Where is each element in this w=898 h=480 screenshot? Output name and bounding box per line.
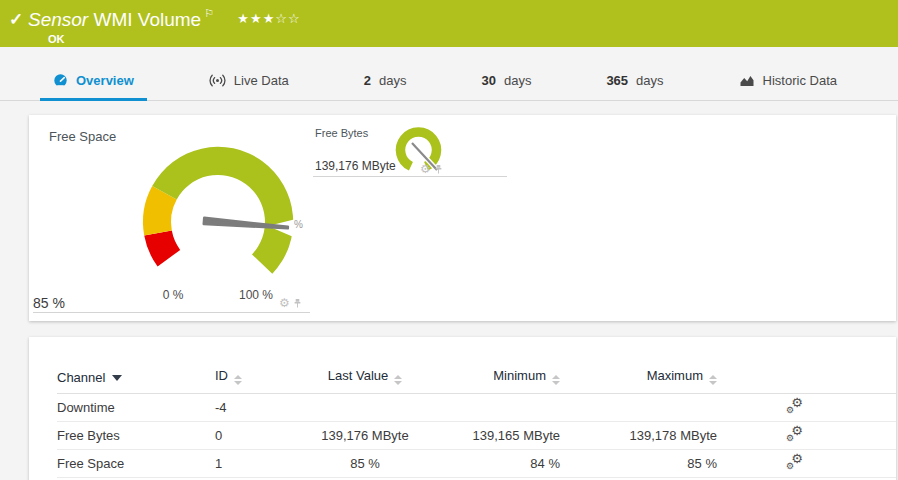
free-space-current-value: 85 % <box>33 295 65 311</box>
tab-label: Live Data <box>234 73 289 88</box>
gauge-scale-min: 0 % <box>153 288 193 302</box>
channel-id: 1 <box>215 456 305 471</box>
tab-number: 2 <box>364 73 371 88</box>
tab-2-days[interactable]: 2 days <box>351 63 420 101</box>
tab-label: Historic Data <box>763 73 837 88</box>
free-bytes-gauge-tile: Free Bytes 139,176 MByte ⚙ <box>313 125 507 177</box>
tab-live-data[interactable]: Live Data <box>196 63 302 101</box>
sort-icon <box>234 375 242 385</box>
free-space-gauge: % <box>125 135 315 305</box>
star-icon[interactable]: ★ <box>237 11 250 26</box>
channel-name: Free Space <box>57 456 215 471</box>
sensor-title-prefix: Sensor <box>28 9 88 30</box>
gauge-icon <box>53 73 68 88</box>
channel-name: Downtime <box>57 400 215 415</box>
tab-bar: Overview Live Data 2 days 30 days 365 da… <box>0 63 898 101</box>
free-space-gauge-tile: Free Space % 85 % 0 % 100 % ⚙ <box>33 125 310 313</box>
channel-id: -4 <box>215 400 305 415</box>
gauge-tools: ⚙ <box>279 297 302 309</box>
tab-30-days[interactable]: 30 days <box>468 63 544 101</box>
channel-minimum: 84 % <box>425 456 560 471</box>
column-header-last-value[interactable]: Last Value <box>305 368 425 385</box>
free-bytes-current-value: 139,176 MByte <box>315 159 396 173</box>
column-header-channel[interactable]: Channel <box>57 370 215 385</box>
sensor-title-row: Sensor WMI Volume⚐ ★★★☆☆ <box>28 7 301 31</box>
column-header-minimum[interactable]: Minimum <box>425 368 560 385</box>
sensor-header: ✓ Sensor WMI Volume⚐ ★★★☆☆ OK <box>0 0 898 47</box>
channel-last-value: 139,176 MByte <box>305 428 425 443</box>
tab-label: days <box>379 73 406 88</box>
pin-icon[interactable] <box>434 164 443 175</box>
channel-maximum: 139,178 MByte <box>560 428 717 443</box>
tab-overview[interactable]: Overview <box>40 63 147 101</box>
gauge-unit-mark: % <box>294 219 303 230</box>
status-check-icon: ✓ <box>9 9 23 30</box>
tab-label: days <box>636 73 663 88</box>
gauge-tools: ⚙ <box>420 163 443 175</box>
gauges-panel: Free Space % 85 % 0 % 100 % ⚙ <box>29 115 896 321</box>
table-header-row: Channel ID Last Value Minimum Maximum <box>57 337 896 394</box>
gauge-title: Free Space <box>49 129 116 144</box>
star-icon[interactable]: ★ <box>250 11 263 26</box>
channel-last-value: 85 % <box>305 456 425 471</box>
sensor-page: ✓ Sensor WMI Volume⚐ ★★★☆☆ OK Overview <box>0 0 898 480</box>
table-row[interactable]: Free Bytes 0 139,176 MByte 139,165 MByte… <box>57 422 896 450</box>
live-data-icon <box>209 73 226 88</box>
gauge-scale-max: 100 % <box>231 288 281 302</box>
sort-icon <box>394 375 402 385</box>
table-row[interactable]: Downtime -4 ⚙⚙ <box>57 394 896 422</box>
sort-icon <box>709 375 717 385</box>
tab-365-days[interactable]: 365 days <box>593 63 676 101</box>
tab-number: 365 <box>606 73 628 88</box>
gauge-settings-gear-icon[interactable]: ⚙ <box>420 163 431 175</box>
status-badge: OK <box>48 33 65 45</box>
column-header-id[interactable]: ID <box>215 368 305 385</box>
channel-maximum: 85 % <box>560 456 717 471</box>
priority-stars[interactable]: ★★★☆☆ <box>237 11 300 26</box>
channel-settings-gears-icon[interactable]: ⚙⚙ <box>786 426 803 442</box>
historic-chart-icon <box>739 73 755 88</box>
gauge-settings-gear-icon[interactable]: ⚙ <box>279 297 290 309</box>
channel-settings-gears-icon[interactable]: ⚙⚙ <box>786 398 803 414</box>
gauge-title: Free Bytes <box>315 127 368 139</box>
star-icon[interactable]: ☆ <box>275 11 288 26</box>
star-icon[interactable]: ☆ <box>288 11 301 26</box>
sort-icon <box>552 375 560 385</box>
tab-label: Overview <box>76 73 134 88</box>
channel-name: Free Bytes <box>57 428 215 443</box>
tab-label: days <box>504 73 531 88</box>
channels-table: Channel ID Last Value Minimum Maximum Do… <box>29 337 896 478</box>
tab-number: 30 <box>481 73 495 88</box>
column-header-maximum[interactable]: Maximum <box>560 368 717 385</box>
gauge-arc-error <box>144 231 180 267</box>
table-row[interactable]: Free Space 1 85 % 84 % 85 % ⚙⚙ <box>57 450 896 478</box>
channels-panel: Channel ID Last Value Minimum Maximum Do… <box>29 337 896 480</box>
channel-id: 0 <box>215 428 305 443</box>
flag-icon[interactable]: ⚐ <box>204 7 214 19</box>
tab-historic-data[interactable]: Historic Data <box>726 63 850 101</box>
star-icon[interactable]: ★ <box>263 11 276 26</box>
page-title: WMI Volume <box>93 9 201 30</box>
pin-icon[interactable] <box>293 298 302 309</box>
channel-settings-gears-icon[interactable]: ⚙⚙ <box>786 454 803 470</box>
sorted-desc-icon <box>112 375 122 381</box>
channel-minimum: 139,165 MByte <box>425 428 560 443</box>
